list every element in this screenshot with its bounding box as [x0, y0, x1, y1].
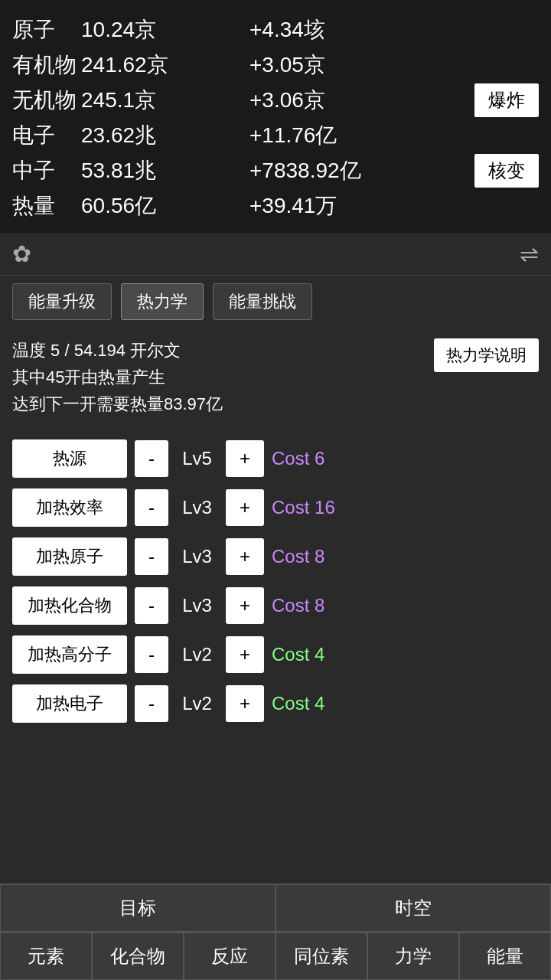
upgrade-name-btn-5[interactable]: 加热电子 [12, 684, 127, 723]
stat-label-heat: 热量 [12, 191, 81, 220]
upgrade-plus-btn-1[interactable]: + [226, 489, 264, 526]
upgrade-name-btn-1[interactable]: 加热效率 [12, 488, 127, 527]
stats-area: 原子 10.24京 +4.34垓 有机物 241.62京 +3.05京 无机物 … [0, 0, 551, 233]
bottom-btn-mechanics[interactable]: 力学 [367, 933, 459, 980]
upgrade-plus-btn-4[interactable]: + [226, 636, 264, 673]
upgrade-minus-btn-4[interactable]: - [135, 636, 168, 673]
upgrade-cost-0: Cost 6 [272, 448, 364, 469]
stat-row-neutron: 中子 53.81兆 +7838.92亿 核变 [12, 153, 539, 188]
upgrade-cost-3: Cost 8 [272, 595, 364, 616]
thermo-info-block: 温度 5 / 54.194 开尔文 其中45开由热量产生 达到下一开需要热量83… [12, 337, 223, 418]
upgrade-minus-btn-1[interactable]: - [135, 489, 168, 526]
upgrade-name-btn-0[interactable]: 热源 [12, 439, 127, 478]
stat-label-inorganic: 无机物 [12, 86, 81, 115]
upgrade-cost-1: Cost 16 [272, 497, 364, 518]
stat-label-organic: 有机物 [12, 51, 81, 80]
bottom-btn-reaction[interactable]: 反应 [184, 933, 276, 980]
stat-value-organic: 241.62京 [81, 51, 249, 80]
upgrade-lv-2: Lv3 [176, 546, 218, 567]
upgrade-cost-2: Cost 8 [272, 546, 364, 567]
stat-delta-atom: +4.34垓 [249, 15, 539, 44]
stat-value-neutron: 53.81兆 [81, 156, 249, 185]
toolbar: ✿ ⇌ [0, 233, 551, 276]
bottom-btn-element[interactable]: 元素 [0, 933, 92, 980]
shuffle-icon[interactable]: ⇌ [520, 240, 539, 267]
upgrade-name-btn-3[interactable]: 加热化合物 [12, 586, 127, 625]
upgrade-plus-btn-0[interactable]: + [226, 440, 264, 477]
stat-row-heat: 热量 60.56亿 +39.41万 [12, 188, 539, 224]
gear-icon[interactable]: ✿ [12, 240, 31, 267]
upgrade-lv-0: Lv5 [176, 448, 218, 469]
bottom-btn-target[interactable]: 目标 [0, 884, 276, 932]
thermo-explain-button[interactable]: 热力学说明 [434, 338, 539, 372]
upgrade-minus-btn-2[interactable]: - [135, 538, 168, 575]
tab-energy-challenge[interactable]: 能量挑战 [213, 283, 312, 320]
upgrade-lv-4: Lv2 [176, 644, 218, 665]
tab-energy-upgrade[interactable]: 能量升级 [12, 283, 112, 320]
stat-row-inorganic: 无机物 245.1京 +3.06京 爆炸 [12, 83, 539, 118]
upgrade-cost-4: Cost 4 [272, 644, 364, 665]
upgrade-row-2: 加热原子 - Lv3 + Cost 8 [12, 537, 539, 576]
upgrade-plus-btn-5[interactable]: + [226, 685, 264, 722]
bottom-btn-compound[interactable]: 化合物 [92, 933, 184, 980]
stat-row-electron: 电子 23.62兆 +11.76亿 [12, 118, 539, 153]
stat-row-organic: 有机物 241.62京 +3.05京 [12, 47, 539, 83]
stat-value-inorganic: 245.1京 [81, 86, 249, 115]
bottom-nav: 目标 时空 元素 化合物 反应 同位素 力学 能量 [0, 884, 551, 980]
upgrade-row-0: 热源 - Lv5 + Cost 6 [12, 439, 539, 478]
upgrade-minus-btn-0[interactable]: - [135, 440, 168, 477]
upgrade-name-btn-4[interactable]: 加热高分子 [12, 635, 127, 674]
stat-delta-heat: +39.41万 [249, 191, 539, 220]
bottom-btn-spacetime[interactable]: 时空 [276, 884, 551, 932]
stat-delta-organic: +3.05京 [249, 51, 539, 80]
thermo-heat-line: 其中45开由热量产生 [12, 364, 223, 390]
stat-value-atom: 10.24京 [81, 15, 249, 44]
thermo-next-line: 达到下一开需要热量83.97亿 [12, 390, 223, 417]
upgrade-minus-btn-3[interactable]: - [135, 587, 168, 624]
upgrade-plus-btn-3[interactable]: + [226, 587, 264, 624]
stat-value-heat: 60.56亿 [81, 191, 249, 220]
upgrade-minus-btn-5[interactable]: - [135, 685, 168, 722]
upgrade-row-5: 加热电子 - Lv2 + Cost 4 [12, 684, 539, 723]
stat-label-electron: 电子 [12, 121, 81, 150]
upgrade-row-1: 加热效率 - Lv3 + Cost 16 [12, 488, 539, 527]
bottom-btn-isotope[interactable]: 同位素 [276, 933, 367, 980]
upgrade-lv-1: Lv3 [176, 497, 218, 518]
upgrade-row-4: 加热高分子 - Lv2 + Cost 4 [12, 635, 539, 674]
upgrade-cost-5: Cost 4 [272, 693, 364, 714]
upgrade-name-btn-2[interactable]: 加热原子 [12, 537, 127, 576]
bottom-row-1: 目标 时空 [0, 884, 551, 932]
thermo-temp-line: 温度 5 / 54.194 开尔文 [12, 337, 223, 364]
stat-value-electron: 23.62兆 [81, 121, 249, 150]
upgrade-plus-btn-2[interactable]: + [226, 538, 264, 575]
upgrade-list: 热源 - Lv5 + Cost 6 加热效率 - Lv3 + Cost 16 加… [0, 433, 551, 740]
stat-row-atom: 原子 10.24京 +4.34垓 [12, 12, 539, 47]
bottom-btn-energy[interactable]: 能量 [459, 933, 551, 980]
stat-delta-electron: +11.76亿 [249, 121, 539, 150]
upgrade-lv-5: Lv2 [176, 693, 218, 714]
upgrade-row-3: 加热化合物 - Lv3 + Cost 8 [12, 586, 539, 625]
stat-label-atom: 原子 [12, 15, 81, 44]
bottom-row-2: 元素 化合物 反应 同位素 力学 能量 [0, 932, 551, 980]
tabs-row: 能量升级 热力学 能量挑战 [0, 276, 551, 328]
tab-thermodynamics[interactable]: 热力学 [121, 283, 204, 320]
thermo-top-row: 温度 5 / 54.194 开尔文 其中45开由热量产生 达到下一开需要热量83… [12, 337, 539, 424]
stat-label-neutron: 中子 [12, 156, 81, 185]
explode-button[interactable]: 爆炸 [474, 83, 539, 117]
thermo-content: 温度 5 / 54.194 开尔文 其中45开由热量产生 达到下一开需要热量83… [0, 328, 551, 433]
nuclear-button[interactable]: 核变 [474, 154, 539, 188]
upgrade-lv-3: Lv3 [176, 595, 218, 616]
